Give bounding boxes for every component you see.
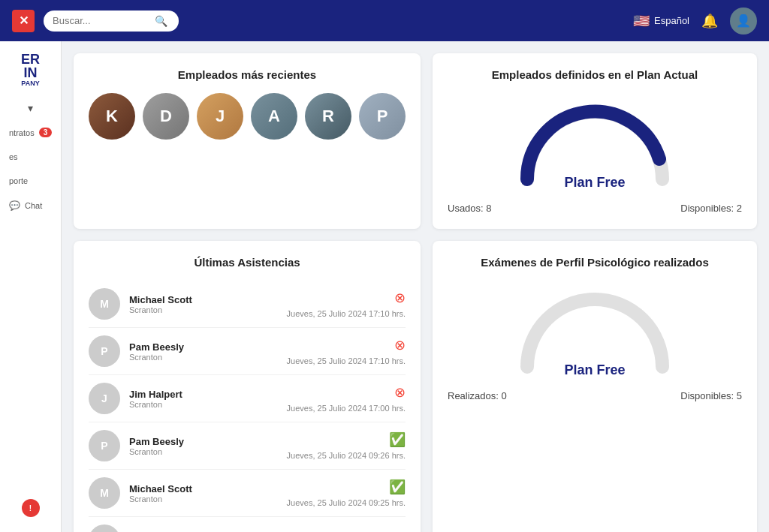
status-icon-3: ⊗ bbox=[394, 384, 406, 401]
plan-employees-label: Plan Free bbox=[564, 175, 625, 191]
logo-line3: PANY bbox=[21, 80, 39, 87]
att-name-2: Pam Beesly bbox=[129, 341, 278, 353]
att-location-5: Scranton bbox=[129, 494, 278, 503]
sidebar-collapse-button[interactable]: ▾ bbox=[0, 96, 61, 120]
main-layout: ER IN PANY ▾ ntratos 3 es porte 💬 Chat !… bbox=[0, 41, 769, 532]
att-date-5: Jueves, 25 Julio 2024 09:25 hrs. bbox=[287, 498, 406, 507]
avatar-placeholder-3: J bbox=[197, 93, 243, 140]
sidebar-item-reports-label: porte bbox=[9, 176, 28, 185]
avatar-placeholder-4: A bbox=[251, 93, 297, 140]
employee-avatar-3[interactable]: J bbox=[197, 93, 243, 140]
attendance-item-2[interactable]: P Pam Beesly Scranton ⊗ Jueves, 25 Julio… bbox=[89, 328, 406, 375]
att-avatar-6: J bbox=[89, 524, 120, 532]
notifications-button[interactable]: 🔔 bbox=[701, 13, 718, 29]
header: ✕ 🔍 🇺🇸 Español 🔔 👤 bbox=[0, 0, 769, 41]
attendance-title: Últimas Asistencias bbox=[89, 256, 406, 269]
plan-employees-available: Disponibles: 2 bbox=[680, 203, 742, 214]
gauge-psych-svg: Plan Free bbox=[512, 281, 677, 378]
flag-icon: 🇺🇸 bbox=[633, 13, 650, 29]
avatars-row: K D J A R P bbox=[89, 93, 406, 140]
header-right: 🇺🇸 Español 🔔 👤 bbox=[633, 8, 757, 35]
recent-employees-card: Empleados más recientes K D J A R bbox=[74, 53, 421, 229]
gauge-psych-container: Plan Free Realizados: 0 Disponibles: 5 bbox=[448, 281, 742, 401]
plan-psych-available: Disponibles: 5 bbox=[680, 390, 742, 401]
sidebar-item-employees[interactable]: es bbox=[0, 145, 61, 169]
status-icon-5: ✅ bbox=[389, 479, 406, 495]
att-date-2: Jueves, 25 Julio 2024 17:10 hrs. bbox=[287, 356, 406, 365]
sidebar-item-contracts[interactable]: ntratos 3 bbox=[0, 120, 61, 145]
att-date-4: Jueves, 25 Julio 2024 09:26 hrs. bbox=[287, 451, 406, 460]
employee-avatar-5[interactable]: R bbox=[305, 93, 351, 140]
att-name-3: Jim Halpert bbox=[129, 389, 278, 400]
employee-avatar-6[interactable]: P bbox=[359, 93, 406, 140]
att-info-1: Michael Scott Scranton bbox=[129, 294, 278, 314]
logo-line2: IN bbox=[24, 66, 38, 80]
att-date-3: Jueves, 25 Julio 2024 17:00 hrs. bbox=[287, 404, 406, 413]
attendance-item-1[interactable]: M Michael Scott Scranton ⊗ Jueves, 25 Ju… bbox=[89, 281, 406, 328]
sidebar-item-contracts-label: ntratos bbox=[9, 128, 35, 137]
plan-employees-title: Empleados definidos en el Plan Actual bbox=[448, 68, 742, 81]
att-right-5: ✅ Jueves, 25 Julio 2024 09:25 hrs. bbox=[287, 479, 406, 507]
att-right-3: ⊗ Jueves, 25 Julio 2024 17:00 hrs. bbox=[287, 384, 406, 413]
plan-psych-done: Realizados: 0 bbox=[448, 390, 507, 401]
avatar-placeholder-2: D bbox=[143, 93, 189, 140]
plan-employees-card: Empleados definidos en el Plan Actual Pl… bbox=[433, 53, 757, 229]
sidebar-item-employees-label: es bbox=[9, 152, 18, 161]
contracts-badge: 3 bbox=[39, 128, 53, 137]
att-right-4: ✅ Jueves, 25 Julio 2024 09:26 hrs. bbox=[287, 431, 406, 460]
logo-line1: ER bbox=[21, 53, 40, 66]
gauge-employees-container: Plan Free Usados: 8 Disponibles: 2 bbox=[448, 93, 742, 214]
plan-employees-stats: Usados: 8 Disponibles: 2 bbox=[448, 203, 742, 214]
notification-dot[interactable]: ! bbox=[22, 499, 40, 517]
plan-employees-used: Usados: 8 bbox=[448, 203, 492, 214]
att-avatar-1: M bbox=[89, 288, 120, 320]
psych-title: Exámenes de Perfil Psicológico realizado… bbox=[448, 256, 742, 269]
gauge-employees-svg: Plan Free bbox=[512, 93, 677, 191]
att-location-4: Scranton bbox=[129, 447, 278, 456]
user-avatar-icon: 👤 bbox=[736, 14, 751, 28]
attendance-item-5[interactable]: M Michael Scott Scranton ✅ Jueves, 25 Ju… bbox=[89, 470, 406, 517]
status-icon-4: ✅ bbox=[389, 431, 406, 448]
att-location-1: Scranton bbox=[129, 305, 278, 314]
psych-card: Exámenes de Perfil Psicológico realizado… bbox=[433, 241, 757, 532]
att-info-4: Pam Beesly Scranton bbox=[129, 436, 278, 456]
att-avatar-2: P bbox=[89, 335, 120, 367]
language-label: Español bbox=[654, 15, 689, 26]
sidebar: ER IN PANY ▾ ntratos 3 es porte 💬 Chat ! bbox=[0, 41, 62, 532]
sidebar-logo: ER IN PANY bbox=[8, 49, 53, 90]
att-name-4: Pam Beesly bbox=[129, 436, 278, 447]
sidebar-item-reports[interactable]: porte bbox=[0, 169, 61, 193]
chat-icon: 💬 bbox=[9, 200, 20, 211]
language-button[interactable]: 🇺🇸 Español bbox=[633, 13, 689, 29]
recent-employees-title: Empleados más recientes bbox=[89, 68, 406, 81]
employee-avatar-4[interactable]: A bbox=[251, 93, 297, 140]
attendance-item-3[interactable]: J Jim Halpert Scranton ⊗ Jueves, 25 Juli… bbox=[89, 375, 406, 422]
avatar-placeholder-1: K bbox=[89, 93, 135, 140]
att-name-1: Michael Scott bbox=[129, 294, 278, 305]
user-avatar[interactable]: 👤 bbox=[730, 8, 757, 35]
sidebar-item-chat-label: Chat bbox=[25, 201, 42, 210]
att-location-3: Scranton bbox=[129, 400, 278, 409]
att-avatar-5: M bbox=[89, 477, 120, 509]
att-avatar-4: P bbox=[89, 430, 120, 461]
plan-psych-label: Plan Free bbox=[564, 362, 625, 378]
att-avatar-3: J bbox=[89, 383, 120, 414]
status-icon-2: ⊗ bbox=[394, 337, 406, 353]
sidebar-item-chat[interactable]: 💬 Chat bbox=[0, 193, 61, 218]
content-area: Empleados más recientes K D J A R bbox=[62, 41, 769, 532]
sidebar-bottom: ! bbox=[0, 499, 61, 524]
employee-avatar-2[interactable]: D bbox=[143, 93, 189, 140]
attendance-item-4[interactable]: P Pam Beesly Scranton ✅ Jueves, 25 Julio… bbox=[89, 422, 406, 470]
close-button[interactable]: ✕ bbox=[12, 10, 35, 32]
attendance-card: Últimas Asistencias M Michael Scott Scra… bbox=[74, 241, 421, 532]
att-right-1: ⊗ Jueves, 25 Julio 2024 17:10 hrs. bbox=[287, 290, 406, 318]
search-icon: 🔍 bbox=[155, 15, 167, 27]
avatar-placeholder-5: R bbox=[305, 93, 351, 140]
status-icon-1: ⊗ bbox=[394, 290, 406, 306]
attendance-item-6[interactable]: J Jim Halpert ✅ bbox=[89, 517, 406, 532]
search-input[interactable] bbox=[53, 15, 150, 26]
search-bar: 🔍 bbox=[44, 11, 179, 32]
att-name-5: Michael Scott bbox=[129, 483, 278, 494]
att-info-5: Michael Scott Scranton bbox=[129, 483, 278, 503]
employee-avatar-1[interactable]: K bbox=[89, 93, 135, 140]
